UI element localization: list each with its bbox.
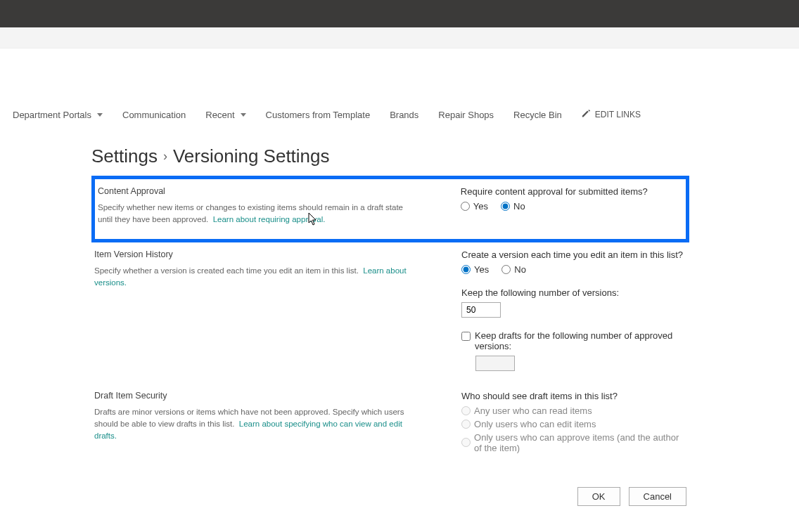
learn-approval-link[interactable]: Learn about requiring approval. <box>213 215 326 223</box>
version-yes-radio[interactable]: Yes <box>461 264 489 275</box>
breadcrumb: Settings › Versioning Settings <box>91 145 786 167</box>
version-yes-input[interactable] <box>461 265 471 274</box>
section-draft-security: Draft Item Security Drafts are minor ver… <box>91 384 689 466</box>
nav-label: Customers from Template <box>266 110 371 120</box>
content-area: Settings › Versioning Settings Content A… <box>0 124 799 520</box>
draft-question: Who should see draft items in this list? <box>461 391 686 401</box>
section-description: Drafts are minor versions or items which… <box>94 406 414 443</box>
nav-label: Recent <box>205 110 234 120</box>
approval-no-radio[interactable]: No <box>501 201 525 212</box>
settings-sections: Content Approval Specify whether new ite… <box>91 176 689 506</box>
keep-drafts-input <box>475 356 515 371</box>
ribbon-area <box>0 27 799 48</box>
nav-communication[interactable]: Communication <box>122 110 186 120</box>
suite-bar <box>0 0 799 27</box>
nav-label: Repair Shops <box>438 110 494 120</box>
chevron-down-icon <box>97 113 103 117</box>
approval-no-input[interactable] <box>501 202 510 211</box>
nav-customers-template[interactable]: Customers from Template <box>266 110 371 120</box>
approval-radio-group: Yes No <box>461 201 683 212</box>
section-title: Draft Item Security <box>94 391 414 401</box>
draft-opt1-input <box>461 406 471 415</box>
draft-opt2-input <box>461 420 471 429</box>
nav-repair-shops[interactable]: Repair Shops <box>438 110 494 120</box>
page-title: Versioning Settings <box>173 145 330 167</box>
approval-question: Require content approval for submitted i… <box>461 186 683 197</box>
ok-button[interactable]: OK <box>577 487 620 506</box>
nav-recent[interactable]: Recent <box>205 110 245 120</box>
nav-label: Brands <box>390 110 418 120</box>
section-description: Specify whether new items or changes to … <box>98 202 414 226</box>
keep-versions-block: Keep the following number of versions: <box>461 287 686 318</box>
draft-opt1-radio[interactable]: Any user who can read items <box>461 406 686 416</box>
section-left: Content Approval Specify whether new ite… <box>98 186 414 226</box>
top-nav: Department Portals Communication Recent … <box>0 105 799 124</box>
section-right: Require content approval for submitted i… <box>461 186 683 226</box>
draft-opt3-input <box>461 438 471 447</box>
nav-label: Communication <box>122 110 186 120</box>
header-spacer <box>0 48 799 105</box>
nav-brands[interactable]: Brands <box>390 110 418 120</box>
breadcrumb-separator: › <box>163 149 167 164</box>
draft-opt3-radio[interactable]: Only users who can approve items (and th… <box>461 432 686 453</box>
nav-label: Recycle Bin <box>513 110 562 120</box>
version-no-radio[interactable]: No <box>501 264 526 275</box>
section-description: Specify whether a version is created eac… <box>94 265 414 290</box>
keep-drafts-block: Keep drafts for the following number of … <box>461 330 686 371</box>
button-row: OK Cancel <box>91 487 689 506</box>
version-no-input[interactable] <box>501 265 511 274</box>
approval-yes-radio[interactable]: Yes <box>461 201 488 212</box>
keep-drafts-checkbox[interactable] <box>461 332 471 341</box>
keep-drafts-label: Keep drafts for the following number of … <box>475 330 686 351</box>
section-right: Create a version each time you edit an i… <box>461 249 686 371</box>
section-right: Who should see draft items in this list?… <box>461 391 686 453</box>
keep-versions-input[interactable] <box>461 302 501 318</box>
chevron-down-icon <box>241 113 246 117</box>
section-title: Content Approval <box>98 186 414 196</box>
draft-radio-group: Any user who can read items Only users w… <box>461 406 686 453</box>
approval-yes-input[interactable] <box>461 202 470 211</box>
section-title: Item Version History <box>94 249 414 259</box>
version-question: Create a version each time you edit an i… <box>461 249 686 260</box>
section-left: Draft Item Security Drafts are minor ver… <box>94 391 414 453</box>
edit-links-button[interactable]: EDIT LINKS <box>582 109 641 120</box>
keep-drafts-checkbox-row: Keep drafts for the following number of … <box>461 330 686 351</box>
breadcrumb-root[interactable]: Settings <box>91 145 158 167</box>
keep-versions-label: Keep the following number of versions: <box>461 287 686 298</box>
pencil-icon <box>582 109 591 120</box>
section-content-approval: Content Approval Specify whether new ite… <box>91 176 689 242</box>
nav-recycle-bin[interactable]: Recycle Bin <box>513 110 562 120</box>
nav-label: Department Portals <box>13 110 91 120</box>
nav-department-portals[interactable]: Department Portals <box>13 110 103 120</box>
cancel-button[interactable]: Cancel <box>629 487 686 506</box>
draft-opt2-radio[interactable]: Only users who can edit items <box>461 419 686 429</box>
section-left: Item Version History Specify whether a v… <box>94 249 414 371</box>
section-version-history: Item Version History Specify whether a v… <box>91 242 689 384</box>
edit-links-label: EDIT LINKS <box>595 110 641 119</box>
version-radio-group: Yes No <box>461 264 686 275</box>
